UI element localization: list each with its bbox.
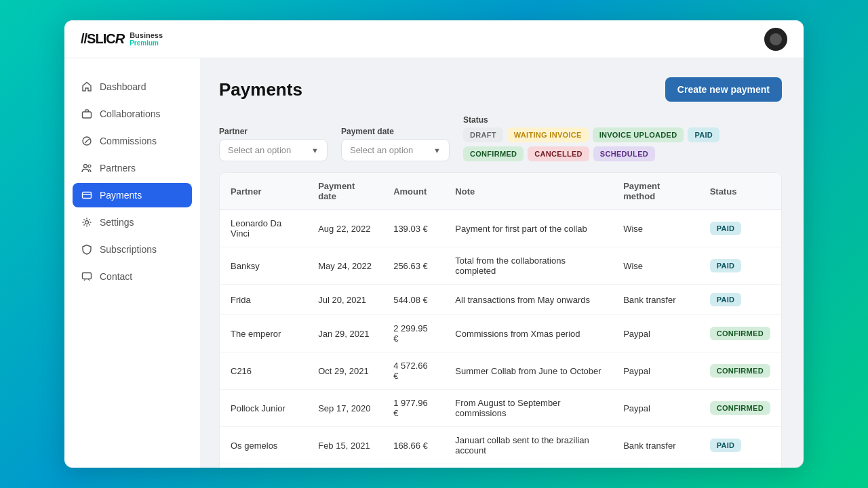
cell-status: CONFIRMED [699,352,781,390]
message-icon [81,270,93,283]
svg-point-3 [88,165,91,167]
cell-note: Total from the collaborations completed [444,247,612,285]
cell-status: PAID [699,464,781,468]
status-badges-container: DRAFT WAITING INVOICE INVOICE UPLOADED P… [463,127,782,161]
sidebar-label-settings: Settings [100,217,134,228]
cell-date: Oct 29, 2021 [307,352,382,390]
cell-note: From August to September commissions [444,390,612,427]
cell-method: Paypal [612,352,698,390]
cell-amount: 236.6 € [382,464,444,468]
badge-draft[interactable]: DRAFT [463,127,503,142]
sidebar-item-contact[interactable]: Contact [73,264,192,289]
cell-method: Paypal [612,390,698,427]
badge-waiting-invoice[interactable]: WAITING INVOICE [507,127,589,142]
home-icon [81,81,93,93]
credit-card-icon [81,189,93,201]
svg-rect-0 [83,112,92,118]
table-row[interactable]: Frida Jul 20, 2021 544.08 € All transact… [220,285,781,315]
partner-filter-label: Partner [219,127,328,136]
sidebar-item-dashboard[interactable]: Dashboard [73,75,192,99]
badge-confirmed[interactable]: CONFIRMED [463,146,524,161]
status-badge: PAID [710,293,742,306]
cell-method: Paypal [612,315,698,352]
chart-icon [81,135,93,147]
payment-date-placeholder: Select an option [350,145,413,155]
table-row[interactable]: Pollock Junior Sep 17, 2020 1 977.96 € F… [220,390,781,427]
chevron-down-icon-2: ▼ [433,146,441,155]
cell-date: Jul 20, 2021 [307,285,382,315]
sidebar-label-collaborations: Collaborations [100,108,161,119]
cell-date: Feb 15, 2021 [307,427,382,464]
col-status: Status [699,173,781,210]
partner-filter-select[interactable]: Select an option ▼ [219,139,328,161]
sidebar-item-subscriptions[interactable]: Subscriptions [73,237,192,262]
table-row[interactable]: C216 Oct 29, 2021 4 572.66 € Summer Coll… [220,352,781,390]
sidebar-item-collaborations[interactable]: Collaborations [73,102,192,126]
cell-method: Bank transfer [612,427,698,464]
cell-amount: 1 977.96 € [382,390,444,427]
cell-status: PAID [699,427,781,464]
cell-amount: 4 572.66 € [382,352,444,390]
payments-table: Partner Payment date Amount Note Payment… [220,173,781,468]
cell-note: Commissions from Xmas period [444,315,612,352]
table-row[interactable]: The emperor Jan 29, 2021 2 299.95 € Comm… [220,315,781,352]
logo-text: //SLICR [81,31,124,47]
sidebar-label-subscriptions: Subscriptions [100,244,157,255]
create-payment-button[interactable]: Create new payment [665,77,782,102]
col-partner: Partner [220,173,307,210]
user-avatar[interactable] [764,28,787,51]
badge-cancelled[interactable]: CANCELLED [528,146,589,161]
sidebar-label-contact: Contact [100,271,132,282]
sidebar-label-commissions: Commissions [100,136,157,146]
cell-note: All transactions from May onwards [444,285,612,315]
cell-status: CONFIRMED [699,315,781,352]
sidebar-item-payments[interactable]: Payments [73,183,192,207]
table-row[interactable]: Os gemelos Feb 15, 2021 168.66 € Januart… [220,427,781,464]
cell-status: PAID [699,210,781,247]
payment-date-filter-label: Payment date [341,127,450,136]
sidebar-item-commissions[interactable]: Commissions [73,129,192,153]
cell-status: PAID [699,247,781,285]
cell-amount: 139.03 € [382,210,444,247]
cell-partner: Leonardo Da Vinci [220,210,307,247]
cell-partner: Pollock Junior [220,390,307,427]
app-window: //SLICR Business Premium Dashboard [64,20,804,468]
cell-method: Bank transfer [612,464,698,468]
col-payment-date: Payment date [307,173,382,210]
badge-invoice-uploaded[interactable]: INVOICE UPLOADED [593,127,684,142]
status-filter-group: Status DRAFT WAITING INVOICE INVOICE UPL… [463,115,782,161]
logo-business: Business Premium [130,31,163,47]
page-title: Payments [219,79,302,100]
svg-point-6 [85,221,89,224]
svg-rect-4 [83,192,92,199]
cell-amount: 168.66 € [382,427,444,464]
cell-partner: Frida [220,285,307,315]
status-badge: CONFIRMED [710,327,770,340]
sidebar: Dashboard Collaborations [64,58,200,468]
payment-date-filter-select[interactable]: Select an option ▼ [341,139,450,161]
col-payment-method: Payment method [612,173,698,210]
premium-label: Premium [130,39,163,47]
cell-note: November collab [444,464,612,468]
table-row[interactable]: Leonardo Da Vinci Aug 22, 2022 139.03 € … [220,210,781,247]
cell-amount: 2 299.95 € [382,315,444,352]
cell-note: Januart collab sent to the brazilian acc… [444,427,612,464]
filters-row: Partner Select an option ▼ Payment date … [219,115,782,161]
chevron-down-icon: ▼ [311,146,319,155]
badge-scheduled[interactable]: SCHEDULED [593,146,655,161]
badge-paid[interactable]: PAID [688,127,719,142]
sidebar-item-settings[interactable]: Settings [73,210,192,235]
status-badge: CONFIRMED [710,401,770,415]
partner-filter-group: Partner Select an option ▼ [219,127,328,161]
sidebar-item-partners[interactable]: Partners [73,156,192,180]
sidebar-label-payments: Payments [100,190,142,201]
table-row[interactable]: Aroe Nov 9, 2021 236.6 € November collab… [220,464,781,468]
settings-icon [81,216,93,228]
cell-date: Aug 22, 2022 [307,210,382,247]
main-layout: Dashboard Collaborations [64,58,804,468]
cell-partner: Banksy [220,247,307,285]
sidebar-label-partners: Partners [100,163,136,174]
cell-status: PAID [699,285,781,315]
top-nav: //SLICR Business Premium [64,20,804,58]
table-row[interactable]: Banksy May 24, 2022 256.63 € Total from … [220,247,781,285]
